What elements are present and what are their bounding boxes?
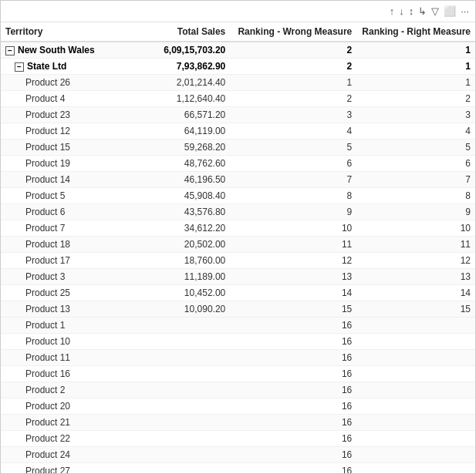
table-row: Product 3 11,189.00 13 13 bbox=[1, 269, 475, 285]
rank-right-cell bbox=[356, 431, 475, 447]
rank-right-cell: 14 bbox=[356, 285, 475, 301]
product-name-cell: Product 20 bbox=[1, 398, 127, 415]
rank-right-cell bbox=[356, 463, 475, 474]
product-name-cell: Product 23 bbox=[1, 107, 127, 123]
product-name-cell: Product 15 bbox=[1, 140, 127, 156]
sales-cell: 2,01,214.40 bbox=[127, 75, 230, 91]
header-row: Territory Total Sales Ranking - Wrong Me… bbox=[1, 22, 475, 42]
sort-desc-icon[interactable]: ↓ bbox=[399, 5, 404, 17]
sales-cell: 1,12,640.40 bbox=[127, 91, 230, 107]
more-icon[interactable]: ··· bbox=[461, 5, 469, 17]
sales-cell: 66,571.20 bbox=[127, 107, 230, 123]
rank-right-cell: 2 bbox=[356, 91, 475, 107]
sales-cell: 10,090.20 bbox=[127, 301, 230, 318]
row-nsw: −New South Wales 6,09,15,703.20 2 1 bbox=[1, 42, 475, 59]
rank-right-cell bbox=[356, 334, 475, 350]
rank-wrong-cell: 16 bbox=[230, 318, 356, 334]
table-row: Product 24 16 bbox=[1, 447, 475, 463]
product-name-cell: Product 16 bbox=[1, 366, 127, 382]
rank-wrong-cell: 16 bbox=[230, 366, 356, 382]
product-name-cell: Product 26 bbox=[1, 75, 127, 91]
product-name-cell: Product 13 bbox=[1, 301, 127, 318]
collapse-icon[interactable]: − bbox=[15, 62, 24, 72]
sales-cell bbox=[127, 334, 230, 350]
sales-cell: 34,612.20 bbox=[127, 220, 230, 237]
sales-cell bbox=[127, 398, 230, 415]
product-name-cell: Product 7 bbox=[1, 220, 127, 237]
rank-right-cell: 8 bbox=[356, 188, 475, 204]
table-row: Product 18 20,502.00 11 11 bbox=[1, 237, 475, 253]
sales-cell: 10,452.00 bbox=[127, 285, 230, 301]
table-row: Product 2 16 bbox=[1, 382, 475, 398]
expand-icon[interactable]: ⬜ bbox=[444, 5, 456, 17]
product-name-cell: Product 21 bbox=[1, 415, 127, 431]
rank-wrong-cell: 2 bbox=[230, 42, 356, 59]
table-row: Product 25 10,452.00 14 14 bbox=[1, 285, 475, 301]
header-ranking-right[interactable]: Ranking - Right Measure bbox=[356, 22, 475, 42]
rank-wrong-cell: 2 bbox=[230, 59, 356, 75]
sales-cell: 7,93,862.90 bbox=[127, 59, 230, 75]
sales-cell: 45,908.40 bbox=[127, 188, 230, 204]
table-row: Product 20 16 bbox=[1, 398, 475, 415]
table-row: Product 4 1,12,640.40 2 2 bbox=[1, 91, 475, 107]
product-name-cell: Product 4 bbox=[1, 91, 127, 107]
tooltip: 10,090.20 bbox=[136, 318, 189, 318]
sales-cell: 48,762.60 bbox=[127, 156, 230, 172]
table-row: Product 6 43,576.80 9 9 bbox=[1, 204, 475, 220]
sort-asc-icon[interactable]: ↑ bbox=[390, 5, 395, 17]
header-territory[interactable]: Territory bbox=[1, 22, 127, 42]
sales-cell bbox=[127, 318, 230, 334]
rank-wrong-cell: 2 bbox=[230, 91, 356, 107]
product-name-cell: Product 17 bbox=[1, 253, 127, 269]
rank-wrong-cell: 9 bbox=[230, 204, 356, 220]
header-ranking-wrong[interactable]: Ranking - Wrong Measure bbox=[230, 22, 356, 42]
rank-wrong-cell: 16 bbox=[230, 398, 356, 415]
hierarchy-icon[interactable]: ↳ bbox=[418, 5, 427, 17]
table-body: −New South Wales 6,09,15,703.20 2 1 −Sta… bbox=[1, 42, 475, 473]
product-name-cell: Product 14 bbox=[1, 172, 127, 188]
rank-right-cell: 3 bbox=[356, 107, 475, 123]
rank-wrong-cell: 16 bbox=[230, 350, 356, 366]
rank-right-cell: 13 bbox=[356, 269, 475, 285]
table-row: Product 21 16 bbox=[1, 415, 475, 431]
rank-wrong-cell: 11 bbox=[230, 237, 356, 253]
data-table: Territory Total Sales Ranking - Wrong Me… bbox=[1, 22, 475, 473]
sales-cell bbox=[127, 463, 230, 474]
rank-right-cell: 11 bbox=[356, 237, 475, 253]
rank-right-cell bbox=[356, 382, 475, 398]
product-name-cell: Product 11 bbox=[1, 350, 127, 366]
rank-wrong-cell: 5 bbox=[230, 140, 356, 156]
product-name-cell: Product 6 bbox=[1, 204, 127, 220]
product-name-cell: Product 5 bbox=[1, 188, 127, 204]
table-row: Product 1 16 bbox=[1, 318, 475, 334]
filter-icon[interactable]: ▽ bbox=[431, 5, 439, 17]
toolbar: ↑ ↓ ↕ ↳ ▽ ⬜ ··· bbox=[1, 1, 475, 22]
tooltip-row: 10,090.20 bbox=[1, 318, 475, 318]
product-name-cell: Product 27 bbox=[1, 463, 127, 474]
sales-cell: 6,09,15,703.20 bbox=[127, 42, 230, 59]
table-row: Product 7 34,612.20 10 10 bbox=[1, 220, 475, 237]
rank-wrong-cell: 14 bbox=[230, 285, 356, 301]
rank-right-cell: 1 bbox=[356, 75, 475, 91]
product-name-cell: Product 12 bbox=[1, 123, 127, 140]
rank-right-cell bbox=[356, 447, 475, 463]
table-wrapper[interactable]: Territory Total Sales Ranking - Wrong Me… bbox=[1, 22, 475, 473]
rank-right-cell bbox=[356, 350, 475, 366]
main-container: ↑ ↓ ↕ ↳ ▽ ⬜ ··· Territory Total Sales Ra… bbox=[0, 0, 476, 474]
rank-right-cell: 12 bbox=[356, 253, 475, 269]
sales-cell: 43,576.80 bbox=[127, 204, 230, 220]
sort-both-icon[interactable]: ↕ bbox=[409, 5, 414, 17]
product-name-cell: Product 1 bbox=[1, 318, 127, 334]
rank-right-cell: 1 bbox=[356, 59, 475, 75]
rank-right-cell bbox=[356, 415, 475, 431]
rank-right-cell: 1 bbox=[356, 42, 475, 59]
product-name-cell: Product 19 bbox=[1, 156, 127, 172]
sales-cell: 18,760.00 bbox=[127, 253, 230, 269]
table-row: Product 13 10,090.20 15 15 bbox=[1, 301, 475, 318]
sales-cell: 64,119.00 bbox=[127, 123, 230, 140]
rank-wrong-cell: 13 bbox=[230, 269, 356, 285]
collapse-icon[interactable]: − bbox=[5, 46, 15, 55]
product-name-cell: Product 25 bbox=[1, 285, 127, 301]
header-total-sales[interactable]: Total Sales bbox=[127, 22, 230, 42]
rank-right-cell bbox=[356, 318, 475, 334]
